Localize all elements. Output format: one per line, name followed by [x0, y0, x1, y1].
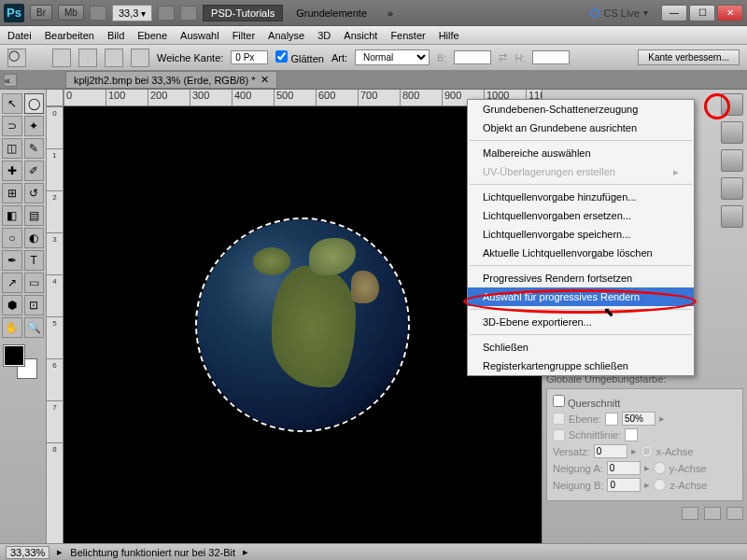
menu-file[interactable]: Datei: [7, 30, 32, 41]
offset-input: [594, 444, 627, 458]
tab-close-icon[interactable]: ✕: [261, 74, 269, 86]
foreground-color[interactable]: [4, 345, 24, 366]
close-button[interactable]: ✕: [717, 5, 743, 21]
minimize-button[interactable]: —: [661, 5, 687, 21]
y-axis-radio: [654, 462, 666, 474]
arrange-icon[interactable]: [158, 6, 175, 21]
path-tool[interactable]: ↗: [2, 273, 22, 293]
dodge-tool[interactable]: ◐: [24, 228, 45, 248]
toggle-light-icon[interactable]: [682, 507, 698, 520]
width-label: B:: [437, 52, 446, 63]
view-extras-icon[interactable]: [90, 6, 106, 21]
ruler-vertical[interactable]: 012345678: [47, 106, 63, 543]
minibridge-button[interactable]: Mb: [58, 5, 84, 21]
workspace-switcher-item[interactable]: Grundelemente: [289, 6, 374, 21]
adjust-panel-icon[interactable]: [721, 149, 743, 172]
menu-paint-areas[interactable]: Malbereiche auswählen: [468, 144, 694, 162]
type-tool[interactable]: T: [24, 250, 45, 271]
width-input: [454, 50, 491, 64]
ruler-origin[interactable]: [47, 90, 63, 106]
menu-edit[interactable]: Bearbeiten: [45, 30, 94, 41]
menu-add-light-preset[interactable]: Lichtquellenvorgabe hinzufügen...: [468, 188, 694, 206]
crop-tool[interactable]: ◫: [2, 138, 22, 159]
menu-export-3d[interactable]: 3D-Ebene exportieren...: [468, 313, 694, 331]
screen-mode-icon[interactable]: [180, 6, 197, 21]
tab-nav-icon[interactable]: «: [4, 74, 17, 87]
status-message: Belichtung funktioniert nur bei 32-Bit: [70, 547, 235, 558]
menu-help[interactable]: Hilfe: [439, 30, 459, 41]
add-selection-icon[interactable]: [78, 49, 97, 67]
eraser-tool[interactable]: ◧: [2, 205, 22, 226]
subtract-selection-icon[interactable]: [105, 49, 123, 67]
cslive-icon: [590, 8, 599, 18]
refine-edge-button[interactable]: Kante verbessern...: [638, 49, 740, 65]
move-tool[interactable]: ↖: [2, 93, 22, 114]
menu-select[interactable]: Auswahl: [180, 30, 219, 41]
blur-tool[interactable]: ○: [2, 228, 22, 248]
new-selection-icon[interactable]: [52, 49, 71, 67]
menu-filter[interactable]: Filter: [233, 30, 255, 41]
intersect-selection-icon[interactable]: [131, 49, 149, 67]
wand-tool[interactable]: ✦: [24, 116, 45, 136]
menu-view[interactable]: Ansicht: [344, 30, 377, 41]
lasso-tool[interactable]: ⊃: [2, 116, 22, 136]
workspace-more[interactable]: »: [380, 6, 401, 21]
color-swatches[interactable]: [2, 345, 39, 379]
3d-camera-tool[interactable]: ⊡: [24, 295, 45, 315]
swap-icon: ⇄: [499, 51, 507, 63]
options-bar: ◯ Weiche Kante: Glätten Art: Normal B: ⇄…: [0, 45, 747, 71]
stamp-tool[interactable]: ⊞: [2, 183, 22, 203]
menu-image[interactable]: Bild: [107, 30, 124, 41]
bridge-button[interactable]: Br: [30, 5, 52, 21]
eyedropper-tool[interactable]: ✎: [24, 138, 45, 159]
new-light-icon[interactable]: [704, 507, 721, 520]
feather-input[interactable]: [231, 50, 268, 64]
zoom-level[interactable]: 33,3 ▾: [112, 5, 152, 21]
layers-panel-icon[interactable]: [721, 205, 743, 228]
style-select[interactable]: Normal: [355, 49, 430, 65]
mask-panel-icon[interactable]: [721, 177, 743, 200]
status-zoom[interactable]: 33,33%: [6, 546, 49, 559]
panel-dock: [717, 90, 747, 231]
cs-live[interactable]: CS Live ▾: [590, 7, 648, 19]
pen-tool[interactable]: ✒: [2, 250, 22, 271]
antialias-checkbox[interactable]: Glätten: [275, 50, 324, 64]
menu-progressive-render-selection[interactable]: Auswahl für progressives Rendern: [468, 287, 694, 306]
tool-preset-icon[interactable]: ◯: [7, 49, 26, 67]
menu-resume-render[interactable]: Progressives Rendern fortsetzen: [468, 269, 694, 287]
menu-layer[interactable]: Ebene: [137, 30, 167, 41]
color-panel-icon[interactable]: [721, 93, 743, 116]
tilt-a-input: [607, 461, 641, 475]
cross-section-checkbox[interactable]: Querschnitt: [553, 398, 620, 409]
heal-tool[interactable]: ✚: [2, 161, 22, 181]
zoom-tool[interactable]: 🔍: [24, 317, 45, 338]
menu-delete-light-preset[interactable]: Aktuelle Lichtquellenvorgabe löschen: [468, 244, 694, 262]
menu-shadow-gen[interactable]: Grundebenen-Schattenerzeugung: [468, 100, 694, 119]
marquee-tool[interactable]: ◯: [24, 93, 45, 114]
hand-tool[interactable]: ✋: [2, 317, 22, 338]
plane-opacity: [622, 412, 655, 426]
3d-tool[interactable]: ⬢: [2, 295, 22, 315]
workspace-switcher-active[interactable]: PSD-Tutorials: [203, 5, 283, 21]
status-more-icon[interactable]: ▸: [243, 546, 248, 558]
history-brush-tool[interactable]: ↺: [24, 183, 45, 203]
status-nav-icon[interactable]: ▸: [57, 546, 63, 558]
delete-icon[interactable]: [726, 507, 743, 520]
menu-analysis[interactable]: Analyse: [268, 30, 304, 41]
title-bar: Ps Br Mb 33,3 ▾ PSD-Tutorials Grundeleme…: [0, 0, 747, 26]
brush-tool[interactable]: ✐: [24, 161, 45, 181]
menu-replace-light-preset[interactable]: Lichtquellenvorgaben ersetzen...: [468, 206, 694, 225]
document-tab[interactable]: kplj2th2.bmp bei 33,3% (Erde, RGB/8) * ✕: [65, 71, 277, 89]
menu-save-light-preset[interactable]: Lichtquellenvorgabe speichern...: [468, 225, 694, 244]
menu-window[interactable]: Fenster: [390, 30, 425, 41]
toolbox: ↖◯ ⊃✦ ◫✎ ✚✐ ⊞↺ ◧▤ ○◐ ✒T ↗▭ ⬢⊡ ✋🔍: [0, 90, 47, 543]
gradient-tool[interactable]: ▤: [24, 205, 45, 226]
menu-close-tab-group[interactable]: Registerkartengruppe schließen: [468, 357, 694, 375]
menu-3d[interactable]: 3D: [317, 30, 331, 41]
maximize-button[interactable]: ☐: [689, 5, 715, 21]
swatches-panel-icon[interactable]: [721, 121, 743, 144]
menu-close[interactable]: Schließen: [468, 338, 694, 357]
shape-tool[interactable]: ▭: [24, 273, 45, 293]
menu-snap-ground[interactable]: Objekt an Grundebene ausrichten: [468, 119, 694, 137]
style-label: Art:: [331, 52, 347, 63]
